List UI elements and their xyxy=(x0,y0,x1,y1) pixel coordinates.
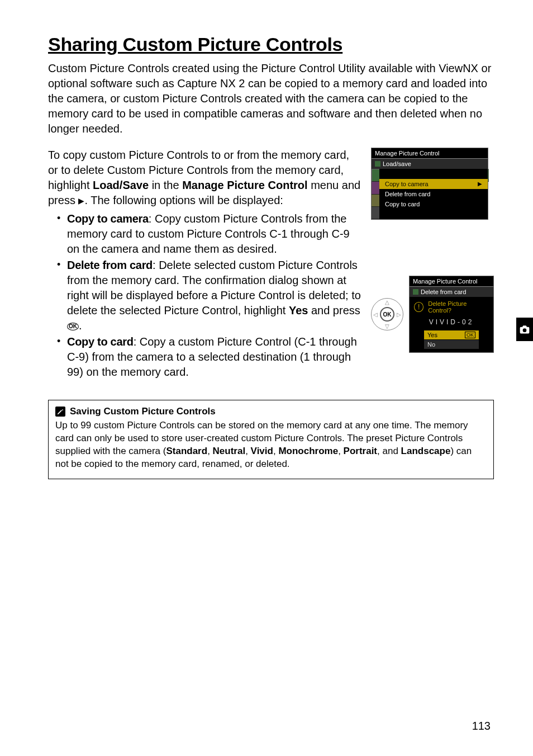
camera-tab-icon xyxy=(375,161,380,167)
cam2-yes-text: Yes xyxy=(427,332,437,338)
content-row: To copy custom Picture Controls to or fr… xyxy=(48,148,494,381)
cam2-question: Delete Picture Control? xyxy=(428,300,489,314)
manual-page: Sharing Custom Picture Controls Custom P… xyxy=(0,0,533,756)
instruction-tail: . The following options will be displaye… xyxy=(84,194,283,206)
note-c5: , and xyxy=(377,446,401,456)
standard-label: Standard xyxy=(166,446,207,456)
note-title: Saving Custom Picture Controls xyxy=(70,406,216,417)
camera-menu-load-save: Manage Picture Control Load/save Copy to… xyxy=(371,148,488,220)
intro-paragraph: Custom Picture Controls created using th… xyxy=(48,61,494,136)
option-copy-to-camera: Copy to camera: Copy custom Picture Cont… xyxy=(57,211,361,257)
ok-glyph-icon: OK xyxy=(67,323,79,330)
manage-picture-control-label: Manage Picture Control xyxy=(182,179,307,191)
cam-tab-setup-icon xyxy=(372,195,379,207)
cam1-item-copy-to-camera: Copy to camera▶ xyxy=(379,179,488,189)
option-b-label: Delete from card xyxy=(67,259,153,271)
page-heading: Sharing Custom Picture Controls xyxy=(48,34,494,55)
monochrome-label: Monochrome xyxy=(278,446,338,456)
vivid-label: Vivid xyxy=(251,446,273,456)
cam2-title: Manage Picture Control xyxy=(410,276,493,287)
content-right-column: Manage Picture Control Load/save Copy to… xyxy=(371,148,494,381)
left-arrow-icon: ◁ xyxy=(373,311,378,318)
ok-pad-diagram: △ ▽ ◁ ▷ OK xyxy=(371,298,403,330)
neutral-label: Neutral xyxy=(213,446,246,456)
cam1-title: Manage Picture Control xyxy=(372,148,488,159)
cam2-control-name: VIVID-02 xyxy=(414,316,489,330)
cam2-yes-option: YesOK xyxy=(424,330,479,339)
ok-center-label: OK xyxy=(380,307,394,322)
camera-tab-icon xyxy=(413,289,418,295)
cam2-sub-text: Delete from card xyxy=(421,289,466,295)
cam1-item2-text: Copy to card xyxy=(385,201,420,207)
landscape-label: Landscape xyxy=(401,446,451,456)
option-b-text-2: and press xyxy=(308,304,360,316)
warning-icon: ! xyxy=(414,302,423,312)
cam1-spacer xyxy=(379,170,488,179)
cam1-item-delete-from-card: Delete from card xyxy=(379,189,488,199)
cam-tab-retouch-icon xyxy=(372,182,379,194)
yes-label: Yes xyxy=(289,304,308,316)
option-a-label: Copy to camera xyxy=(67,212,149,225)
cam1-tabs xyxy=(372,169,379,219)
note-body: Up to 99 custom Picture Controls can be … xyxy=(55,419,487,471)
instruction-paragraph: To copy custom Picture Controls to or fr… xyxy=(48,148,361,208)
up-arrow-icon: △ xyxy=(385,299,389,305)
cam2-question-row: ! Delete Picture Control? xyxy=(414,300,489,314)
option-delete-from-card: Delete from card: Delete selected custom… xyxy=(57,258,361,333)
section-tab-camera-icon xyxy=(516,318,533,341)
down-arrow-icon: ▽ xyxy=(385,323,389,329)
options-list: Copy to camera: Copy custom Picture Cont… xyxy=(48,211,361,380)
cam1-sub-text: Load/save xyxy=(383,160,411,167)
option-c-label: Copy to card xyxy=(67,336,134,348)
instruction-mid: in the xyxy=(149,179,182,191)
camera-menu-delete-confirm: Manage Picture Control Delete from card … xyxy=(409,276,494,353)
portrait-label: Portrait xyxy=(344,446,377,456)
note-title-row: Saving Custom Picture Controls xyxy=(55,406,487,417)
note-c3: , xyxy=(273,446,278,456)
cam1-item0-text: Copy to camera xyxy=(385,181,429,187)
note-c1: , xyxy=(207,446,212,456)
cam2-subtitle: Delete from card xyxy=(410,287,493,297)
ok-badge-icon: OK xyxy=(465,332,475,338)
cam-tab-help-icon xyxy=(372,207,379,219)
option-copy-to-card: Copy to card: Copy a custom Picture Cont… xyxy=(57,334,361,380)
cam1-spacer-bottom xyxy=(379,209,488,218)
right-triangle-icon: ▶ xyxy=(78,196,84,206)
page-number: 113 xyxy=(472,720,491,733)
note-box: Saving Custom Picture Controls Up to 99 … xyxy=(48,400,494,479)
multi-selector-icon: △ ▽ ◁ ▷ OK xyxy=(371,298,403,330)
note-c2: , xyxy=(245,446,250,456)
right-arrow-icon: ▷ xyxy=(397,311,401,318)
content-left-column: To copy custom Picture Controls to or fr… xyxy=(48,148,361,381)
cam1-list: Copy to camera▶ Delete from card Copy to… xyxy=(379,169,488,219)
cam2-body: ! Delete Picture Control? VIVID-02 YesOK… xyxy=(410,297,493,352)
note-c4: , xyxy=(338,446,343,456)
cam2-no-option: No xyxy=(424,340,479,349)
right-triangle-icon: ▶ xyxy=(478,181,482,187)
option-b-text-3: . xyxy=(79,319,82,332)
load-save-label: Load/Save xyxy=(93,179,149,191)
cam1-subtitle: Load/save xyxy=(372,159,488,169)
cam1-item-copy-to-card: Copy to card xyxy=(379,199,488,209)
note-pencil-icon xyxy=(55,407,65,417)
cam2-row: △ ▽ ◁ ▷ OK Manage Picture Control Delete… xyxy=(371,276,494,353)
cam1-body: Copy to camera▶ Delete from card Copy to… xyxy=(372,169,488,219)
cam1-item1-text: Delete from card xyxy=(385,191,430,197)
